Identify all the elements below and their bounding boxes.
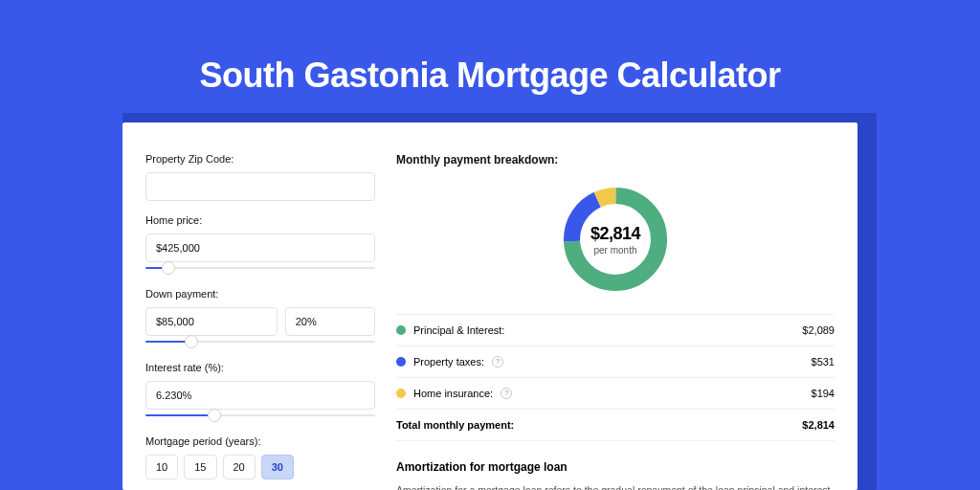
- help-icon[interactable]: ?: [501, 388, 512, 399]
- slider-thumb[interactable]: [162, 261, 175, 275]
- breakdown-value: $2,089: [802, 324, 835, 336]
- breakdown-label: Property taxes:: [413, 356, 484, 368]
- home-price-input[interactable]: [145, 234, 375, 262]
- donut-center-sub: per month: [593, 245, 636, 256]
- period-option-20[interactable]: 20: [223, 455, 256, 479]
- period-option-10[interactable]: 10: [145, 455, 178, 479]
- legend-dot-pi: [396, 325, 406, 335]
- slider-thumb[interactable]: [185, 335, 198, 348]
- breakdown-label: Home insurance:: [413, 388, 493, 399]
- home-price-slider[interactable]: [145, 261, 375, 275]
- slider-fill: [145, 414, 214, 416]
- down-payment-pct-input[interactable]: [285, 307, 375, 336]
- total-value: $2,814: [802, 419, 835, 431]
- breakdown-row-pt: Property taxes:?$531: [396, 346, 835, 378]
- donut-chart: $2,814 per month: [558, 182, 673, 297]
- interest-label: Interest rate (%):: [145, 362, 375, 373]
- breakdown-row-pi: Principal & Interest:$2,089: [396, 315, 835, 346]
- donut-center-amount: $2,814: [590, 224, 640, 244]
- amortization-text: Amortization for a mortgage loan refers …: [396, 483, 835, 490]
- home-price-label: Home price:: [145, 214, 375, 226]
- slider-thumb[interactable]: [208, 409, 221, 422]
- period-segmented: 10152030: [145, 455, 375, 479]
- zip-label: Property Zip Code:: [145, 153, 375, 165]
- period-label: Mortgage period (years):: [145, 435, 375, 447]
- amortization-title: Amortization for mortgage loan: [396, 460, 835, 474]
- interest-input[interactable]: [145, 381, 375, 410]
- interest-slider[interactable]: [145, 409, 375, 422]
- breakdown-label: Principal & Interest:: [413, 324, 504, 336]
- breakdown-column: Monthly payment breakdown: $2,814 per mo…: [396, 145, 835, 490]
- help-icon[interactable]: ?: [492, 356, 503, 368]
- legend-dot-pt: [396, 357, 406, 367]
- down-payment-label: Down payment:: [145, 288, 375, 300]
- breakdown-row-hi: Home insurance:?$194: [396, 378, 835, 410]
- breakdown-title: Monthly payment breakdown:: [396, 153, 835, 167]
- period-option-30[interactable]: 30: [261, 455, 294, 479]
- form-column: Property Zip Code: Home price: Down paym…: [145, 145, 375, 490]
- zip-input[interactable]: [145, 172, 375, 201]
- down-payment-input[interactable]: [145, 307, 278, 336]
- calculator-card: Property Zip Code: Home price: Down paym…: [122, 122, 858, 490]
- breakdown-value: $194: [812, 388, 835, 399]
- total-label: Total monthly payment:: [396, 419, 514, 431]
- down-payment-slider[interactable]: [145, 335, 375, 348]
- period-option-15[interactable]: 15: [184, 455, 216, 479]
- breakdown-total-row: Total monthly payment: $2,814: [396, 410, 835, 441]
- donut-chart-wrap: $2,814 per month: [396, 167, 835, 315]
- page-title: South Gastonia Mortgage Calculator: [0, 0, 980, 96]
- legend-dot-hi: [396, 389, 406, 398]
- slider-track: [145, 267, 375, 269]
- breakdown-value: $531: [812, 356, 835, 368]
